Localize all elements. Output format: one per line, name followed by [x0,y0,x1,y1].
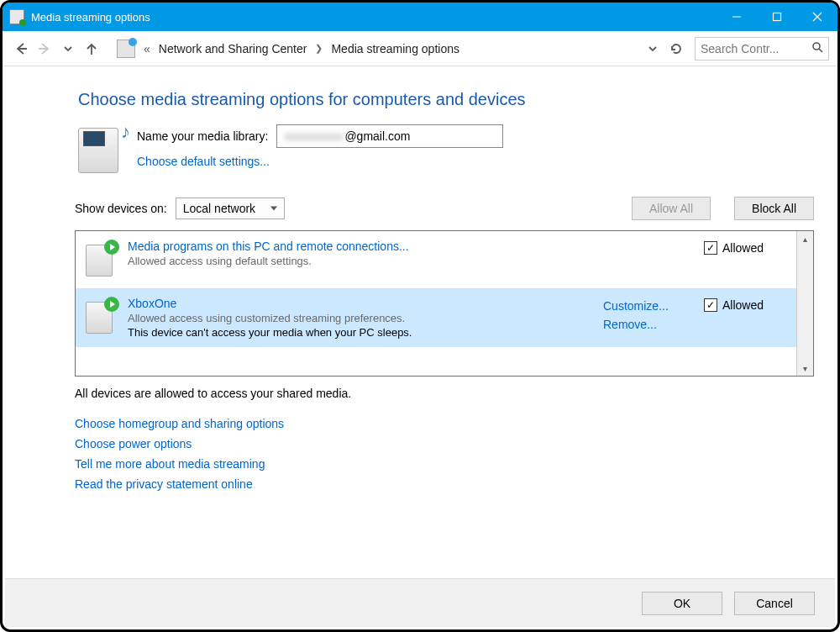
privacy-link[interactable]: Read the privacy statement online [75,477,814,491]
library-name-label: Name your media library: [137,129,268,143]
device-icon [84,240,119,280]
device-warning: This device can't access your media when… [128,326,595,339]
nav-toolbar: « Network and Sharing Center ❯ Media str… [3,31,837,66]
play-icon [104,297,119,312]
tell-me-more-link[interactable]: Tell me more about media streaming [75,457,814,471]
page-title: Choose media streaming options for compu… [78,90,814,109]
power-options-link[interactable]: Choose power options [75,437,814,450]
title-bar: Media streaming options [3,3,837,31]
allowed-label: Allowed [722,241,764,255]
show-devices-label: Show devices on: [75,202,167,215]
allowed-checkbox[interactable]: ✓ [704,241,717,255]
default-settings-link[interactable]: Choose default settings... [137,155,503,168]
customize-link[interactable]: Customize... [603,297,696,315]
device-subtitle: Allowed access using customized streamin… [128,312,595,324]
media-library-icon: ♪ [78,124,125,178]
app-icon [9,9,24,24]
breadcrumb-item[interactable]: Network and Sharing Center [159,42,307,55]
location-icon [117,40,135,58]
library-row: ♪ Name your media library: xxxxxxxxxx @g… [78,124,814,178]
remove-link[interactable]: Remove... [603,315,696,334]
homegroup-link[interactable]: Choose homegroup and sharing options [75,417,814,430]
chevron-right-icon: ❯ [315,43,323,54]
ok-button[interactable]: OK [642,592,722,615]
refresh-button[interactable] [666,39,686,59]
cancel-button[interactable]: Cancel [734,592,815,615]
search-icon [811,41,823,55]
forward-button[interactable] [34,39,55,59]
back-button[interactable] [11,39,31,59]
show-devices-row: Show devices on: Local network Allow All… [75,197,814,220]
device-name[interactable]: XboxOne [128,297,595,310]
maximize-button[interactable] [757,3,797,31]
device-subtitle: Allowed access using default settings. [128,255,595,267]
svg-rect-1 [774,13,781,21]
window-controls [717,3,837,31]
status-text: All devices are allowed to access your s… [75,387,814,400]
allow-all-button[interactable]: Allow All [632,197,711,220]
search-placeholder: Search Contr... [701,42,823,55]
scroll-up-icon[interactable]: ▴ [797,231,813,246]
device-icon [84,297,119,337]
breadcrumb-item[interactable]: Media streaming options [331,42,459,55]
play-icon [104,240,119,255]
breadcrumb-begin[interactable]: « [144,42,150,55]
library-name-input[interactable]: xxxxxxxxxx @gmail.com [276,124,503,148]
device-list-box: Media programs on this PC and remote con… [75,230,814,377]
footer: OK Cancel [5,578,835,627]
device-name[interactable]: Media programs on this PC and remote con… [128,240,595,253]
up-button[interactable] [81,39,102,59]
search-input[interactable]: Search Contr... [695,37,829,61]
content-area: Choose media streaming options for compu… [3,66,837,491]
show-devices-dropdown[interactable]: Local network [176,198,285,219]
minimize-button[interactable] [717,3,757,31]
scrollbar[interactable]: ▴ ▾ [796,231,813,376]
svg-line-8 [819,49,822,52]
breadcrumb[interactable]: « Network and Sharing Center ❯ Media str… [144,42,639,55]
recent-dropdown[interactable] [58,39,78,59]
device-list: Media programs on this PC and remote con… [76,231,796,376]
close-button[interactable] [797,3,837,31]
window-title: Media streaming options [31,11,717,24]
allowed-label: Allowed [722,298,764,312]
device-item[interactable]: Media programs on this PC and remote con… [76,231,796,288]
extra-links: Choose homegroup and sharing options Cho… [75,417,814,491]
allowed-checkbox[interactable]: ✓ [704,298,717,312]
scroll-down-icon[interactable]: ▾ [797,361,813,376]
address-dropdown[interactable] [643,39,663,59]
device-item[interactable]: XboxOne Allowed access using customized … [76,288,796,347]
block-all-button[interactable]: Block All [734,197,814,220]
svg-point-7 [813,43,820,50]
